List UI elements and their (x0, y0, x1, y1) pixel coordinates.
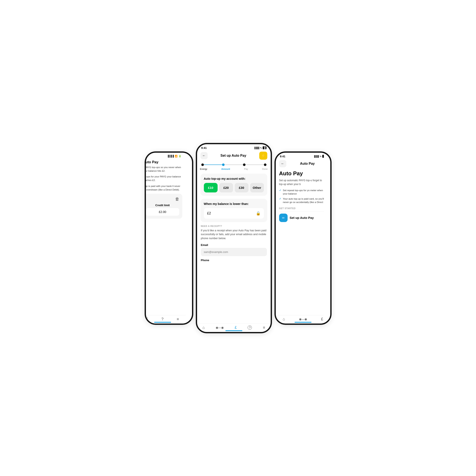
step-label-pay: Pay (244, 168, 248, 170)
signal-icon-right: ▐▐▐▐ (313, 155, 319, 157)
signal-icon: ▐▐▐▐ (167, 155, 174, 157)
status-time-center: 9:41 (201, 146, 207, 150)
nav-bar-center: ← Set up Auto Pay ⚡ (197, 150, 271, 161)
center-phone: 9:41 ▐▐▐▐ ∿ ▐ ← Set up Auto Pay ⚡ (196, 143, 272, 333)
trash-icon: 🗑 (175, 197, 179, 202)
wifi-icon-center: ∿ (260, 147, 262, 149)
amount-btn-30[interactable]: £30 (235, 183, 248, 192)
right-phone: 9:41 ▐▐▐▐ ∿ ▐ ← Auto Pay Auto Pay Set up… (274, 152, 332, 325)
nav-home-center[interactable]: ⌂ (202, 325, 205, 330)
credit-section: 🗑 Credit limit £2.00 (145, 194, 182, 219)
nav-bar-right: ← Auto Pay (276, 159, 330, 169)
infinity-icon: ∞ (279, 214, 288, 222)
setup-autopay-button[interactable]: ∞ Set up Auto Pay (279, 214, 327, 222)
checkmark-1: ✓ (279, 197, 281, 204)
nav-nodes-center[interactable]: ◉—◉ (216, 326, 224, 329)
nav-title-center: Set up Auto Pay (209, 154, 257, 157)
nav-title-right: Auto Pay (288, 162, 327, 166)
back-button-right[interactable]: ← (279, 160, 286, 167)
divider (279, 211, 327, 211)
email-input[interactable] (201, 248, 267, 256)
amount-card-title: Auto top-up my account with: (204, 177, 264, 180)
stepper (197, 161, 271, 167)
bottom-nav-right: ⌂ ◉—◉ £ (276, 315, 330, 323)
wifi-icon-right: ∿ (320, 155, 322, 158)
step-dot-1 (222, 163, 224, 166)
nav-icon-pound-left[interactable]: £ (146, 317, 148, 322)
back-button-center[interactable]: ← (201, 152, 208, 159)
receipt-desc: If you'd like a receipt when your Auto P… (201, 229, 267, 240)
balance-card: When my balance is lower than: £2 🔒 (201, 199, 267, 222)
amount-btn-20[interactable]: £20 (219, 183, 233, 192)
phone-label: Phone (201, 259, 267, 262)
step-dot-3 (264, 163, 266, 166)
lock-icon: 🔒 (256, 211, 260, 216)
balance-input-row: £2 🔒 (204, 208, 264, 219)
balance-card-title: When my balance is lower than: (204, 202, 264, 205)
step-dot-0 (201, 163, 204, 166)
left-phone: ▐▐▐▐ 📶 🔋 Auto Pay c PAYG top-ups so you … (145, 152, 193, 325)
check-list: ✓ Set repeat top-ups for yo meter when y… (279, 189, 327, 204)
step-line-1 (224, 165, 243, 165)
nav-home-right[interactable]: ⌂ (283, 317, 285, 322)
main-content-center: Auto top-up my account with: £10 £20 £30… (197, 172, 271, 323)
email-label: Email (201, 243, 267, 247)
check-item-0: ✓ Set repeat top-ups for yo meter when y… (279, 189, 327, 195)
status-bar-right: 9:41 ▐▐▐▐ ∿ ▐ (276, 153, 330, 159)
status-bar-left: ▐▐▐▐ 📶 🔋 (145, 153, 186, 158)
step-label-done: Done (262, 168, 268, 170)
nav-pound-center[interactable]: £ (235, 325, 237, 330)
receipt-label: NEED A RECEIPT? (201, 225, 267, 227)
nav-help-center[interactable]: ? (248, 325, 252, 330)
status-bar-center: 9:41 ▐▐▐▐ ∿ ▐ (197, 144, 271, 150)
check-text-1: Your auto top-up is paid card, so you'll… (283, 197, 327, 204)
battery-icon-right: ▐ (322, 155, 326, 158)
credit-value: £2.00 (146, 208, 179, 216)
get-started-label: GET STARTED (279, 207, 327, 210)
credit-label: Credit limit (146, 204, 179, 207)
status-time-right: 9:41 (280, 155, 286, 158)
amount-btn-10[interactable]: £10 (204, 183, 218, 192)
nav-icon-menu-left[interactable]: ≡ (177, 317, 179, 322)
stepper-labels: Energy Amount Pay Done (197, 167, 271, 172)
left-text2: op-ups for your PAYG your balance reache… (145, 175, 182, 182)
check-text-0: Set repeat top-ups for yo meter when you… (283, 189, 327, 195)
nav-pound-right[interactable]: £ (321, 317, 323, 322)
nav-menu-center[interactable]: ≡ (263, 325, 265, 330)
checkmark-0: ✓ (279, 189, 281, 195)
battery-icon-center: ▐ (263, 146, 266, 149)
nav-icon-help-left[interactable]: ? (161, 317, 163, 322)
battery-icon: 🔋 (178, 155, 181, 157)
bottom-nav-left: £ ? ≡ (145, 315, 186, 323)
setup-btn-label: Set up Auto Pay (290, 216, 314, 220)
wifi-icon: 📶 (175, 155, 178, 157)
step-label-energy: Energy (200, 168, 207, 170)
left-title: Auto Pay (145, 160, 182, 164)
autopay-title: Auto Pay (279, 170, 327, 177)
autopay-desc: Set up automatic PAYG top-u forget to to… (279, 178, 327, 186)
amount-btn-other[interactable]: Other (250, 183, 264, 192)
step-line-2 (245, 165, 264, 165)
receipt-section: NEED A RECEIPT? If you'd like a receipt … (201, 225, 267, 262)
step-dot-2 (243, 163, 245, 166)
left-text3: o-up is paid with your bank ll never go … (145, 184, 182, 192)
signal-icon-center: ▐▐▐▐ (254, 147, 259, 149)
check-item-1: ✓ Your auto top-up is paid card, so you'… (279, 197, 327, 204)
left-text1: c PAYG top-ups so you never when your ba… (145, 166, 182, 173)
lightning-button[interactable]: ⚡ (259, 152, 267, 160)
step-line-0 (204, 165, 222, 165)
amount-card: Auto top-up my account with: £10 £20 £30… (201, 174, 267, 196)
step-label-amount: Amount (221, 168, 230, 170)
bottom-nav-center: ⌂ ◉—◉ £ ? ≡ (197, 323, 271, 332)
amount-options: £10 £20 £30 Other (204, 183, 264, 192)
nav-nodes-right[interactable]: ◉—◉ (299, 317, 307, 321)
balance-value: £2 (207, 211, 211, 215)
